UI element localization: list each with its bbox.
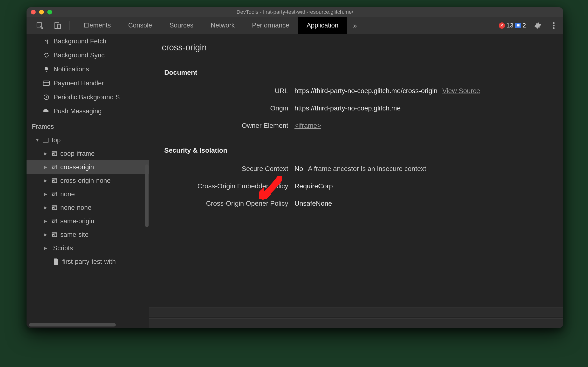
- svg-rect-22: [53, 194, 54, 195]
- value-origin: https://third-party-no-coep.glitch.me: [294, 104, 554, 112]
- devtools-body: Background Fetch Background Sync Notific…: [26, 34, 563, 328]
- value-owner-element: <iframe>: [294, 122, 554, 129]
- coop-value: UnsafeNone: [294, 200, 332, 207]
- periodic-bg-sync-icon: [42, 94, 50, 100]
- coep-value: RequireCorp: [294, 182, 333, 190]
- value-url: https://third-party-no-coep.glitch.me/cr…: [294, 87, 554, 95]
- sidebar-item-push-messaging[interactable]: Push Messaging: [26, 104, 149, 118]
- frame-tree-label: cross-origin-none: [60, 177, 111, 184]
- frame-details-panel: cross-origin Document URL https://third-…: [149, 34, 563, 328]
- inspect-tools: [26, 17, 75, 34]
- svg-point-4: [553, 25, 555, 26]
- tab-sources[interactable]: Sources: [161, 17, 202, 34]
- frame-item-cross-origin-none[interactable]: ▶ cross-origin-none: [26, 174, 149, 187]
- sidebar-item-background-sync[interactable]: Background Sync: [26, 48, 149, 62]
- frame-icon: [51, 205, 58, 210]
- svg-rect-28: [53, 221, 54, 222]
- tabs-right-tools: ✕ 13 2: [497, 17, 563, 34]
- svg-rect-25: [53, 207, 54, 209]
- sidebar-item-label: Background Sync: [54, 52, 105, 59]
- owner-element-link[interactable]: <iframe>: [294, 122, 321, 129]
- tab-network[interactable]: Network: [202, 17, 243, 34]
- device-toolbar-icon[interactable]: [52, 19, 64, 32]
- frame-item-same-origin[interactable]: ▶ same-origin: [26, 214, 149, 228]
- sidebar-item-label: Payment Handler: [54, 80, 104, 87]
- row-owner-element: Owner Element <iframe>: [149, 117, 563, 134]
- tab-performance[interactable]: Performance: [243, 17, 298, 34]
- row-origin: Origin https://third-party-no-coep.glitc…: [149, 100, 563, 117]
- svg-point-5: [553, 27, 555, 29]
- frame-item-none-none[interactable]: ▶ none-none: [26, 201, 149, 214]
- chevron-right-icon: ▶: [44, 205, 48, 210]
- frame-tree-label: Scripts: [53, 244, 73, 252]
- kebab-icon: [553, 22, 555, 29]
- svg-rect-19: [53, 180, 54, 182]
- tab-console[interactable]: Console: [120, 17, 161, 34]
- tab-elements[interactable]: Elements: [75, 17, 120, 34]
- frames-heading: Frames: [26, 118, 149, 133]
- frame-icon: [51, 233, 58, 237]
- svg-point-3: [553, 22, 555, 24]
- sidebar-item-payment-handler[interactable]: Payment Handler: [26, 76, 149, 90]
- frame-item-same-site[interactable]: ▶ same-site: [26, 228, 149, 241]
- tabs-overflow-button[interactable]: »: [347, 21, 363, 30]
- frame-item-coop-iframe[interactable]: ▶ coop-iframe: [26, 147, 149, 160]
- frame-item-none[interactable]: ▶ none: [26, 187, 149, 201]
- panel-bottom-bar: [149, 318, 563, 328]
- chevron-right-icon: ▶: [44, 245, 48, 251]
- frame-icon: [51, 165, 58, 169]
- label-owner-element: Owner Element: [164, 122, 294, 129]
- sidebar-item-label: Background Fetch: [54, 38, 106, 45]
- tab-application[interactable]: Application: [298, 17, 347, 34]
- kebab-menu-button[interactable]: [548, 19, 560, 32]
- minimize-window-button[interactable]: [39, 10, 44, 15]
- sidebar-scroll[interactable]: Background Fetch Background Sync Notific…: [26, 34, 149, 322]
- inspect-element-icon[interactable]: [34, 19, 46, 32]
- url-text: https://third-party-no-coep.glitch.me/cr…: [294, 87, 437, 95]
- close-window-button[interactable]: [31, 10, 36, 15]
- section-heading-security: Security & Isolation: [149, 139, 563, 160]
- panel-bottom-bars: [149, 307, 563, 328]
- sidebar-item-notifications[interactable]: Notifications: [26, 62, 149, 76]
- x-glyph: ✕: [500, 23, 504, 28]
- frame-item-scripts-folder[interactable]: ▶ Scripts: [26, 241, 149, 255]
- tab-label: Network: [211, 22, 235, 29]
- sidebar-vertical-scrollbar[interactable]: [145, 165, 149, 227]
- push-messaging-icon: [42, 108, 50, 114]
- issues-counters[interactable]: ✕ 13 2: [497, 22, 528, 29]
- frame-tree-label: same-origin: [60, 217, 94, 225]
- sidebar-horizontal-scrollbar-track[interactable]: [26, 322, 149, 328]
- gear-icon: [534, 22, 541, 29]
- frame-tree-label: first-party-test-with-: [62, 258, 118, 266]
- settings-button[interactable]: [532, 19, 544, 32]
- divider: [69, 21, 70, 30]
- sidebar-horizontal-scrollbar-thumb[interactable]: [29, 323, 116, 326]
- svg-rect-16: [53, 167, 54, 168]
- zoom-window-button[interactable]: [47, 10, 52, 15]
- view-source-link[interactable]: View Source: [442, 87, 480, 95]
- frame-tree-root[interactable]: ▼ top: [26, 133, 149, 147]
- frame-icon: [51, 219, 58, 223]
- tab-label: Elements: [84, 22, 111, 29]
- frame-item-script-file[interactable]: first-party-test-with-: [26, 255, 149, 268]
- frame-icon: [51, 178, 58, 183]
- background-sync-icon: [42, 52, 50, 58]
- chevron-right-icon: ▶: [44, 232, 48, 237]
- row-secure-context: Secure Context No A frame ancestor is an…: [149, 160, 563, 177]
- chevron-right-icon: ▶: [44, 192, 48, 197]
- file-icon: [53, 259, 60, 265]
- messages-badge-icon: [515, 23, 521, 28]
- sidebar-item-periodic-bg-sync[interactable]: Periodic Background S: [26, 90, 149, 104]
- frame-item-cross-origin[interactable]: ▶ cross-origin: [26, 160, 149, 174]
- sidebar-item-label: Push Messaging: [54, 108, 102, 115]
- tab-label: Performance: [252, 22, 289, 29]
- messages-count: 2: [523, 22, 526, 29]
- label-coop: Cross-Origin Opener Policy: [164, 200, 294, 207]
- secure-context-value: No: [294, 165, 303, 173]
- sidebar-item-background-fetch[interactable]: Background Fetch: [26, 34, 149, 48]
- chevron-right-icon: ▶: [44, 218, 48, 224]
- chevron-right-icon: ▶: [44, 165, 48, 170]
- frame-tree-label: top: [52, 136, 61, 144]
- error-badge-icon: ✕: [499, 22, 505, 29]
- frame-tree-label: cross-origin: [60, 164, 94, 171]
